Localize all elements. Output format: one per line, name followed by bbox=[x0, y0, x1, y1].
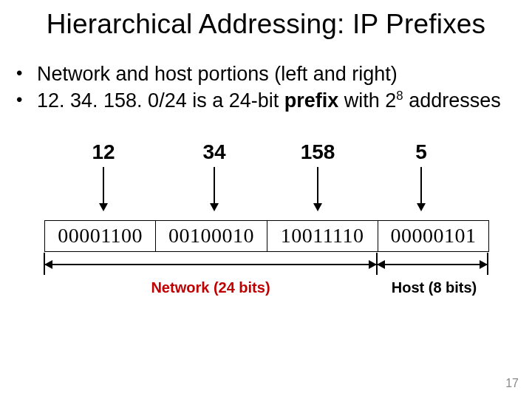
host-range-line bbox=[377, 264, 488, 265]
octet-dec-3: 158 bbox=[288, 140, 347, 164]
network-label: Network (24 bits) bbox=[118, 279, 303, 296]
octet-dec-2: 34 bbox=[185, 140, 244, 164]
octet-bin-1: 00001100 bbox=[45, 221, 156, 251]
arrow-left-icon bbox=[44, 260, 52, 269]
arrow-down-icon bbox=[420, 167, 422, 210]
page-number: 17 bbox=[505, 377, 519, 390]
arrow-right-icon bbox=[480, 260, 488, 269]
arrow-left-icon bbox=[377, 260, 385, 269]
bullet-dot-icon: • bbox=[16, 89, 37, 111]
bullet-2-pre: 12. 34. 158. 0/24 is a 24-bit bbox=[37, 89, 284, 112]
host-label: Host (8 bits) bbox=[381, 279, 488, 296]
bullet-2-mid: with 2 bbox=[338, 89, 396, 112]
slide: Hierarchical Addressing: IP Prefixes • N… bbox=[0, 0, 532, 399]
octet-dec-4: 5 bbox=[399, 140, 443, 164]
octet-bin-4: 00000101 bbox=[378, 221, 488, 251]
network-range-line bbox=[44, 264, 377, 265]
bullet-2-post: addresses bbox=[403, 89, 501, 112]
arrow-down-icon bbox=[214, 167, 215, 210]
arrow-down-icon bbox=[317, 167, 318, 210]
octet-bin-2: 00100010 bbox=[156, 221, 267, 251]
range-indicators: Network (24 bits) Host (8 bits) bbox=[44, 251, 488, 310]
octet-dec-1: 12 bbox=[74, 140, 133, 164]
bullet-list: • Network and host portions (left and ri… bbox=[16, 62, 519, 115]
arrow-down-icon bbox=[103, 167, 104, 210]
slide-title: Hierarchical Addressing: IP Prefixes bbox=[0, 9, 532, 40]
arrow-right-icon bbox=[369, 260, 377, 269]
bullet-2-text: 12. 34. 158. 0/24 is a 24-bit prefix wit… bbox=[37, 89, 501, 114]
bullet-2-sup: 8 bbox=[396, 89, 403, 103]
bullet-2: • 12. 34. 158. 0/24 is a 24-bit prefix w… bbox=[16, 89, 519, 114]
bullet-dot-icon: • bbox=[16, 62, 37, 84]
ip-diagram: 12 34 158 5 00001100 00100010 10011110 0… bbox=[44, 140, 488, 347]
bullet-1: • Network and host portions (left and ri… bbox=[16, 62, 519, 87]
bullet-2-bold: prefix bbox=[284, 89, 339, 112]
bullet-1-text: Network and host portions (left and righ… bbox=[37, 62, 398, 87]
binary-row: 00001100 00100010 10011110 00000101 bbox=[44, 220, 489, 252]
octet-bin-3: 10011110 bbox=[267, 221, 378, 251]
